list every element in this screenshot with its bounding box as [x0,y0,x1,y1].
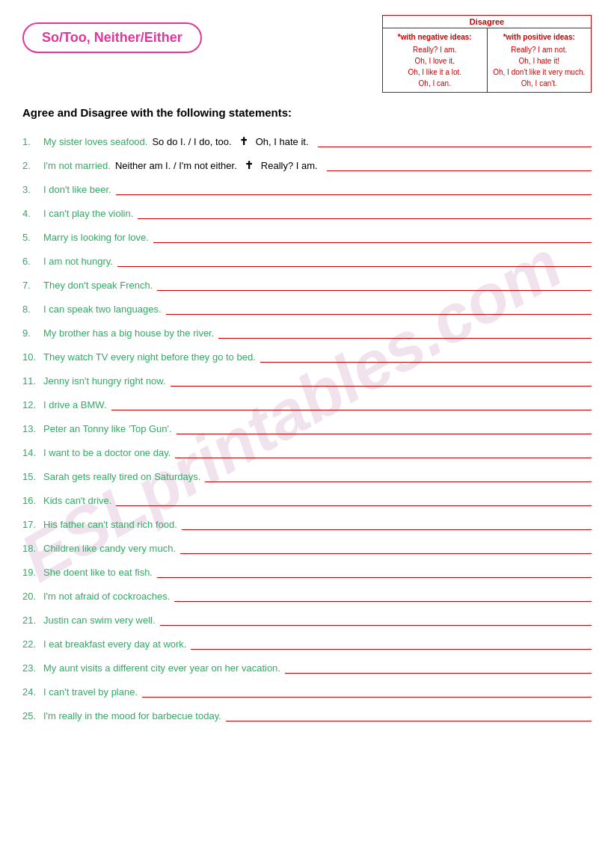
stmt-num-14: 14. [22,447,43,458]
list-item: 5. Marry is looking for love. [22,227,592,243]
stmt-line-10 [260,362,592,363]
list-item: 16. Kids can't drive. [22,490,592,506]
stmt-text-11: Jenny isn't hungry right now. [43,375,166,387]
stmt-line-13 [176,434,592,434]
stmt-line-22 [191,649,592,650]
stmt-prefill2-2: Really? I am. [261,160,318,171]
stmt-line-19 [157,577,592,578]
stmt-text-18: Children like candy very much. [43,543,176,554]
stmt-num-4: 4. [22,208,43,219]
stmt-line-18 [180,553,592,554]
list-item: 23. My aunt visits a different city ever… [22,657,592,674]
stmt-text-5: Marry is looking for love. [43,232,149,243]
stmt-prefill1-2: Neither am I. / I'm not either. [115,160,237,171]
disagree-col2-line4: Oh, I can't. [492,78,587,89]
list-item: 1. My sister loves seafood. So do I. / I… [22,131,592,147]
stmt-line-17 [182,529,592,530]
stmt-text-14: I want to be a doctor one day. [43,447,171,458]
list-item: 7. They don't speak French. [22,274,592,291]
list-item: 20. I'm not afraid of cockroaches. [22,585,592,602]
list-item: 12. I drive a BMW. [22,394,592,410]
stmt-num-19: 19. [22,567,43,578]
stmt-text-13: Peter an Tonny like 'Top Gun'. [43,423,172,434]
stmt-num-5: 5. [22,232,43,243]
stmt-prefill1-1: So do I. / I do, too. [152,136,231,147]
stmt-text-19: She doent like to eat fish. [43,567,153,578]
disagree-col1-header: *with negative ideas: [387,31,482,43]
page-title: So/Too, Neither/Either [22,22,202,53]
stmt-num-2: 2. [22,160,43,171]
stmt-num-17: 17. [22,519,43,530]
stmt-text-20: I'm not afraid of cockroaches. [43,591,170,602]
stmt-num-21: 21. [22,615,43,626]
list-item: 9. My brother has a big house by the riv… [22,322,592,339]
list-item: 18. Children like candy very much. [22,538,592,554]
stmt-line-1 [318,147,592,147]
stmt-line-23 [285,673,592,674]
stmt-text-15: Sarah gets really tired on Saturdays. [43,471,200,482]
stmt-text-17: His father can't stand rich food. [43,519,177,530]
stmt-num-22: 22. [22,638,43,650]
stmt-line-7 [157,290,592,291]
list-item: 19. She doent like to eat fish. [22,561,592,578]
page-header: So/Too, Neither/Either Disagree *with ne… [22,15,592,93]
list-item: 15. Sarah gets really tired on Saturdays… [22,466,592,482]
instructions: Agree and Disagree with the following st… [22,106,592,119]
list-item: 6. I am not hungry. [22,250,592,267]
stmt-num-9: 9. [22,327,43,339]
stmt-num-13: 13. [22,423,43,434]
stmt-text-23: My aunt visits a different city ever yea… [43,662,280,674]
stmt-num-6: 6. [22,256,43,267]
list-item: 25. I'm really in the mood for barbecue … [22,705,592,721]
stmt-num-1: 1. [22,136,43,147]
stmt-num-20: 20. [22,591,43,602]
stmt-line-2 [327,170,592,171]
list-item: 2. I'm not married. Neither am I. / I'm … [22,155,592,171]
stmt-num-15: 15. [22,471,43,482]
disagree-col2-line2: Oh, I hate it! [492,55,587,67]
stmt-line-9 [218,338,592,339]
stmt-line-16 [116,505,592,506]
disagree-col2-header: *with positive ideas: [492,31,587,43]
disagree-col1-line1: Really? I am. [387,44,482,55]
stmt-text-16: Kids can't drive. [43,495,111,506]
stmt-line-21 [160,625,592,626]
stmt-line-11 [171,386,592,387]
stmt-line-14 [175,458,592,458]
stmt-divider-2: ✝ [245,159,254,171]
stmt-num-24: 24. [22,686,43,698]
list-item: 8. I can speak two languages. [22,298,592,315]
disagree-col-positive: *with positive ideas: Really? I am not. … [488,28,592,92]
stmt-text-12: I drive a BMW. [43,399,107,410]
list-item: 21. Justin can swim very well. [22,609,592,626]
stmt-num-25: 25. [22,710,43,721]
stmt-text-24: I can't travel by plane. [43,686,138,698]
stmt-num-11: 11. [22,375,43,387]
stmt-num-8: 8. [22,304,43,315]
list-item: 10. They watch TV every night before the… [22,346,592,363]
stmt-line-12 [111,410,592,410]
disagree-col2-line1: Really? I am not. [492,44,587,55]
stmt-text-3: I don't like beer. [43,184,111,195]
statements-list: 1. My sister loves seafood. So do I. / I… [22,131,592,721]
stmt-num-16: 16. [22,495,43,506]
disagree-box: Disagree *with negative ideas: Really? I… [382,15,592,93]
disagree-col1-line2: Oh, I love it. [387,55,482,67]
list-item: 4. I can't play the violin. [22,203,592,219]
disagree-title: Disagree [383,16,591,28]
list-item: 24. I can't travel by plane. [22,681,592,698]
stmt-line-20 [174,601,592,602]
stmt-line-15 [205,481,592,482]
list-item: 14. I want to be a doctor one day. [22,442,592,458]
stmt-line-4 [138,218,592,219]
stmt-num-3: 3. [22,184,43,195]
stmt-line-24 [142,697,592,698]
list-item: 3. I don't like beer. [22,179,592,195]
disagree-col1-line3: Oh, I like it a lot. [387,67,482,78]
stmt-text-9: My brother has a big house by the river. [43,327,214,339]
stmt-line-3 [116,194,592,195]
list-item: 22. I eat breakfast every day at work. [22,633,592,650]
stmt-divider-1: ✝ [239,135,248,147]
stmt-text-8: I can speak two languages. [43,304,162,315]
list-item: 13. Peter an Tonny like 'Top Gun'. [22,418,592,434]
